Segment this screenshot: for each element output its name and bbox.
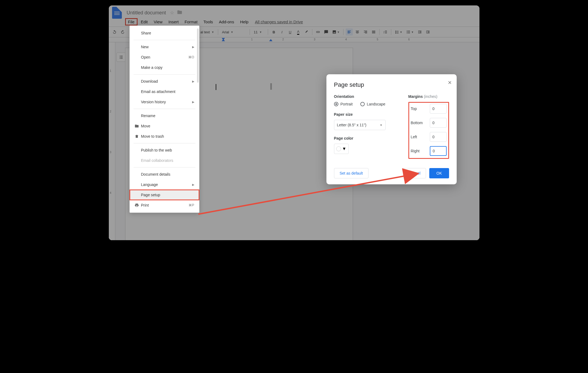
- highlight-color-icon[interactable]: [303, 28, 310, 36]
- ruler-tick: 4: [110, 191, 112, 194]
- align-justify-icon[interactable]: [370, 28, 377, 36]
- text-cursor: [216, 84, 216, 90]
- menu-view[interactable]: View: [151, 18, 165, 25]
- menu-addons[interactable]: Add-ons: [216, 18, 237, 25]
- page-color-dropdown[interactable]: ▼: [334, 144, 349, 154]
- ruler-tick: 3: [110, 151, 112, 154]
- insert-comment-icon[interactable]: [323, 28, 330, 36]
- ruler-tick: 1: [110, 69, 112, 72]
- menu-item-new[interactable]: New▶: [130, 42, 199, 52]
- margin-top-input[interactable]: [430, 104, 447, 114]
- align-left-icon[interactable]: [346, 28, 353, 36]
- menu-item-language[interactable]: Language▶: [130, 179, 199, 190]
- decrease-indent-icon[interactable]: [416, 28, 423, 36]
- margin-bottom-label: Bottom: [411, 121, 423, 125]
- show-outline-button[interactable]: [116, 53, 126, 62]
- print-icon: [135, 203, 141, 207]
- svg-point-0: [407, 31, 408, 31]
- set-as-default-button[interactable]: Set as default: [334, 168, 369, 178]
- docs-logo-icon[interactable]: [112, 7, 122, 19]
- submenu-arrow-icon: ▶: [192, 45, 194, 49]
- undo-icon[interactable]: [111, 28, 118, 36]
- menu-item-share[interactable]: Share: [130, 28, 199, 38]
- menu-item-move[interactable]: Move: [130, 121, 199, 131]
- margin-bottom-input[interactable]: [430, 118, 447, 128]
- menu-tools[interactable]: Tools: [201, 18, 216, 25]
- ruler-tick: 3: [314, 38, 316, 41]
- insert-link-icon[interactable]: [314, 28, 322, 36]
- ok-button[interactable]: OK: [429, 168, 449, 178]
- menu-item-document-details[interactable]: Document details: [130, 169, 199, 179]
- insert-image-icon[interactable]: ▼: [331, 28, 341, 36]
- color-swatch-icon: [336, 146, 341, 151]
- folder-icon: [135, 124, 141, 128]
- submenu-arrow-icon: ▶: [192, 80, 194, 83]
- save-status[interactable]: All changes saved in Drive: [255, 20, 303, 24]
- star-icon[interactable]: ☆: [170, 10, 174, 16]
- align-center-icon[interactable]: [354, 28, 361, 36]
- menu-insert[interactable]: Insert: [166, 18, 182, 25]
- font-size-dropdown[interactable]: 11▼: [252, 30, 266, 34]
- submenu-arrow-icon: ▶: [192, 183, 194, 186]
- ruler-tick: 4: [345, 38, 347, 41]
- margin-left-label: Left: [411, 135, 417, 139]
- menu-help[interactable]: Help: [237, 18, 251, 25]
- document-title[interactable]: Untitled document: [127, 10, 166, 16]
- menu-item-email-collaborators: Email collaborators: [130, 155, 199, 166]
- menu-item-publish-web[interactable]: Publish to the web: [130, 145, 199, 155]
- menu-item-rename[interactable]: Rename: [130, 111, 199, 121]
- italic-icon[interactable]: I: [278, 28, 285, 36]
- vertical-ruler[interactable]: 1 2 3 4: [109, 42, 115, 240]
- paper-size-label: Paper size: [334, 112, 400, 117]
- ruler-tick: 2: [282, 38, 284, 41]
- orientation-label: Orientation: [334, 94, 400, 99]
- selection-handle: [270, 83, 272, 90]
- menu-file[interactable]: File: [125, 18, 138, 25]
- bold-icon[interactable]: B: [270, 28, 277, 36]
- margin-right-input[interactable]: [430, 146, 447, 156]
- checklist-icon[interactable]: ▼: [393, 28, 404, 36]
- align-right-icon[interactable]: [362, 28, 369, 36]
- menu-item-move-to-trash[interactable]: Move to trash: [130, 131, 199, 142]
- page-setup-dialog: ✕ Page setup Orientation Portrait Landsc…: [326, 74, 457, 184]
- title-bar: Untitled document ☆: [109, 5, 479, 18]
- line-spacing-icon[interactable]: [382, 28, 389, 36]
- right-indent-marker[interactable]: [269, 39, 272, 41]
- text-color-icon[interactable]: A: [295, 28, 302, 36]
- increase-indent-icon[interactable]: [424, 28, 431, 36]
- menu-format[interactable]: Format: [182, 18, 200, 25]
- chevron-down-icon: ▼: [342, 146, 347, 151]
- move-folder-icon[interactable]: [177, 9, 182, 16]
- menu-item-open[interactable]: Open⌘O: [130, 52, 199, 62]
- menu-item-make-copy[interactable]: Make a copy: [130, 62, 199, 73]
- svg-point-1: [407, 32, 408, 33]
- orientation-portrait-radio[interactable]: Portrait: [334, 102, 353, 106]
- ruler-tick: 6: [408, 38, 410, 41]
- margin-top-label: Top: [411, 107, 417, 111]
- underline-icon[interactable]: U: [287, 28, 294, 36]
- menu-item-email-attachment[interactable]: Email as attachment: [130, 86, 199, 97]
- close-icon[interactable]: ✕: [448, 80, 452, 86]
- cancel-button[interactable]: Cancel: [403, 168, 426, 178]
- trash-icon: [135, 134, 141, 139]
- file-dropdown-menu: Share New▶ Open⌘O Make a copy Download▶ …: [129, 25, 199, 213]
- submenu-arrow-icon: ▶: [192, 100, 194, 104]
- paragraph-style-dropdown[interactable]: al text▼: [199, 30, 216, 34]
- ruler-tick: 5: [377, 38, 379, 41]
- left-indent-marker[interactable]: [222, 39, 225, 41]
- redo-icon[interactable]: [119, 28, 126, 36]
- menu-item-page-setup[interactable]: Page setup: [130, 190, 199, 200]
- ruler-tick: 2: [110, 110, 112, 113]
- menu-item-version-history[interactable]: Version history▶: [130, 97, 199, 107]
- margin-left-input[interactable]: [430, 132, 447, 142]
- menu-item-download[interactable]: Download▶: [130, 76, 199, 86]
- menu-edit[interactable]: Edit: [138, 18, 151, 25]
- bulleted-list-icon[interactable]: ▼: [405, 28, 415, 36]
- font-family-dropdown[interactable]: Arial▼: [220, 30, 247, 34]
- svg-point-2: [407, 33, 408, 34]
- paper-size-dropdown[interactable]: Letter (8.5" x 11")▼: [334, 120, 386, 130]
- chevron-down-icon: ▼: [380, 124, 383, 127]
- margins-highlight: Top Bottom Left Right: [408, 102, 449, 159]
- menu-item-print[interactable]: Print⌘P: [130, 200, 199, 210]
- orientation-landscape-radio[interactable]: Landscape: [360, 102, 386, 106]
